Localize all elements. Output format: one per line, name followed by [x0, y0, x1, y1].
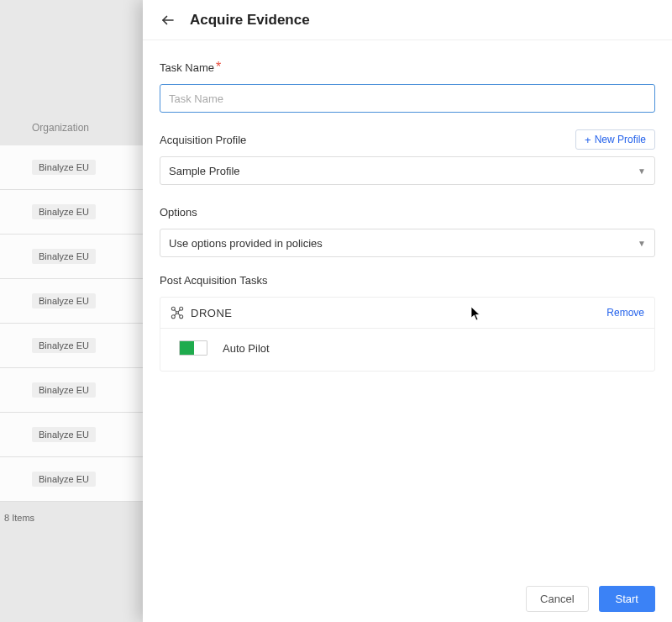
org-badge: Binalyze EU: [32, 382, 96, 398]
drone-label: DRONE: [191, 307, 232, 319]
list-item: Binalyze EU: [0, 324, 143, 368]
org-badge: Binalyze EU: [32, 427, 96, 442]
acquire-evidence-panel: Acquire Evidence Task Name* Acquisition …: [143, 0, 672, 622]
drone-icon: [171, 306, 184, 319]
plus-icon: +: [585, 134, 591, 145]
required-star: *: [216, 60, 221, 74]
panel-footer: Cancel Start: [143, 575, 672, 622]
arrow-left-icon: [160, 13, 176, 28]
autopilot-toggle[interactable]: [179, 340, 207, 356]
start-button[interactable]: Start: [599, 586, 655, 612]
remove-link[interactable]: Remove: [606, 307, 644, 319]
post-tasks-section-title: Post Acquisition Tasks: [160, 274, 655, 287]
org-badge: Binalyze EU: [32, 204, 96, 219]
toggle-knob: [180, 341, 194, 355]
list-item: Binalyze EU: [0, 368, 143, 413]
chevron-down-icon: ▼: [638, 239, 646, 248]
list-item: Binalyze EU: [0, 413, 143, 457]
post-task-body: Auto Pilot: [160, 329, 654, 371]
autopilot-label: Auto Pilot: [223, 342, 270, 355]
org-badge: Binalyze EU: [32, 249, 96, 264]
acquisition-profile-value: Sample Profile: [169, 165, 240, 177]
list-item: Binalyze EU: [0, 457, 143, 502]
org-badge: Binalyze EU: [32, 293, 96, 308]
task-name-input[interactable]: [160, 84, 655, 113]
items-count: 8 Items: [0, 502, 143, 523]
acquisition-profile-label: Acquisition Profile: [160, 134, 246, 146]
task-name-label: Task Name: [160, 61, 214, 74]
acquisition-profile-field: Acquisition Profile + New Profile Sample…: [160, 129, 655, 185]
options-value: Use options provided in policies: [169, 237, 323, 250]
org-column-header: Organization: [0, 122, 143, 145]
background-org-list: Organization Binalyze EU Binalyze EU Bin…: [0, 0, 143, 622]
svg-rect-9: [176, 312, 179, 314]
options-field: Options Use options provided in policies…: [160, 202, 655, 257]
options-select[interactable]: Use options provided in policies ▼: [160, 229, 655, 257]
org-badge: Binalyze EU: [32, 338, 96, 353]
task-name-field: Task Name*: [160, 57, 655, 113]
post-task-header: DRONE Remove: [160, 298, 654, 329]
new-profile-button[interactable]: + New Profile: [575, 129, 655, 150]
options-label: Options: [160, 206, 197, 219]
panel-header: Acquire Evidence: [143, 0, 672, 40]
cancel-button[interactable]: Cancel: [526, 586, 588, 612]
new-profile-label: New Profile: [595, 134, 646, 145]
org-badge: Binalyze EU: [32, 160, 96, 175]
list-item: Binalyze EU: [0, 279, 143, 324]
panel-body: Task Name* Acquisition Profile + New Pro…: [143, 40, 672, 575]
list-item: Binalyze EU: [0, 190, 143, 235]
list-item: Binalyze EU: [0, 145, 143, 190]
back-button[interactable]: [160, 12, 176, 29]
panel-title: Acquire Evidence: [190, 12, 310, 29]
list-item: Binalyze EU: [0, 235, 143, 279]
acquisition-profile-select[interactable]: Sample Profile ▼: [160, 156, 655, 185]
post-task-card: DRONE Remove Auto Pilot: [160, 297, 655, 372]
chevron-down-icon: ▼: [638, 166, 646, 176]
org-badge: Binalyze EU: [32, 472, 96, 487]
